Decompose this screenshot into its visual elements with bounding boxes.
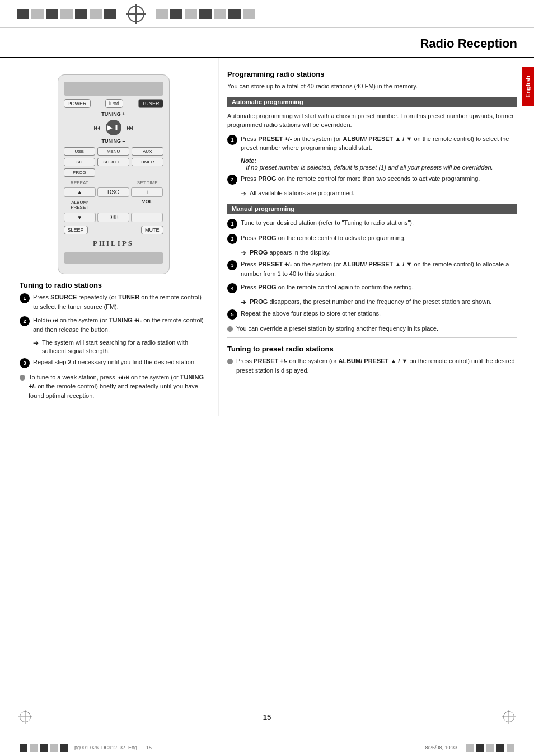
- bar-block: [50, 744, 58, 752]
- step-number: 4: [227, 283, 237, 293]
- bar-block: [185, 9, 197, 19]
- repeat-label: REPEAT: [64, 180, 96, 185]
- step-number: 1: [20, 293, 30, 303]
- minus-button[interactable]: –: [131, 213, 163, 222]
- step-item: 5 Repeat the above four steps to store o…: [227, 309, 517, 320]
- auto-intro: Automatic programming will start with a …: [227, 111, 517, 130]
- tuner-button[interactable]: TUNER: [138, 99, 163, 108]
- step-text: Tune to your desired station (refer to "…: [241, 218, 517, 228]
- sleep-button[interactable]: SLEEP: [64, 226, 88, 234]
- step-text: Press PRESET +/- on the system (or ALBUM…: [236, 356, 517, 375]
- power-button[interactable]: POWER: [64, 99, 91, 108]
- timer-button[interactable]: TIMER: [132, 158, 163, 166]
- step-item: 2 Press PROG on the remote control to ac…: [227, 233, 517, 244]
- arrow-note: ➔ PROG disappears, the preset number and…: [241, 298, 517, 307]
- plus-button[interactable]: +: [131, 187, 163, 197]
- bar-block: [60, 9, 73, 19]
- step-text: Press SOURCE repeatedly (or TUNER on the…: [33, 293, 207, 311]
- arrow-text: All available stations are programmed.: [250, 189, 354, 198]
- step-text: Press PROG on the remote control for mor…: [241, 174, 517, 184]
- step-text: To tune to a weak station, press ⏮⏭ on t…: [29, 373, 207, 401]
- left-column: POWER iPod TUNER TUNING + ⏮ ▶⏸ ⏭ TUNING …: [0, 58, 218, 416]
- step-item: To tune to a weak station, press ⏮⏭ on t…: [20, 373, 207, 401]
- programming-intro: You can store up to a total of 40 radio …: [227, 82, 517, 91]
- bar-block: [17, 9, 29, 19]
- bullet-icon: [20, 375, 25, 381]
- usb-button[interactable]: USB: [64, 147, 96, 156]
- bar-block: [40, 744, 48, 752]
- bar-block: [104, 9, 116, 19]
- bar-block: [243, 9, 255, 19]
- step-item: 3 Press PRESET +/- on the system (or ALB…: [227, 260, 517, 278]
- footer: pg001-026_DC912_37_Eng 15 8/25/08, 10:33: [0, 739, 534, 756]
- bar-block: [228, 9, 241, 19]
- page-title: Radio Reception: [420, 36, 517, 50]
- bar-block: [214, 9, 226, 19]
- bar-block: [486, 744, 494, 752]
- mute-button[interactable]: MUTE: [141, 226, 163, 234]
- step-number: 1: [227, 219, 237, 229]
- remote-bottom-buttons: SLEEP MUTE: [64, 226, 163, 234]
- tuning-section: Tuning to radio stations 1 Press SOURCE …: [20, 281, 207, 400]
- crosshair-icon: [128, 6, 144, 22]
- tuning-section-title: Tuning to radio stations: [20, 281, 207, 289]
- page-crosshairs: 15: [0, 711, 534, 722]
- bar-block: [31, 9, 44, 19]
- header-decorative-right: [156, 9, 255, 19]
- header-bar: [0, 0, 534, 28]
- footer-right-text: 8/25/08, 10:33: [425, 745, 457, 750]
- step-item: 1 Tune to your desired station (refer to…: [227, 218, 517, 229]
- bar-block: [60, 744, 68, 752]
- arrow-text: PROG disappears, the preset number and t…: [250, 298, 491, 306]
- step-item: Press PRESET +/- on the system (or ALBUM…: [227, 356, 517, 375]
- menu-button[interactable]: MENU: [97, 147, 129, 156]
- arrow-note: ➔ PROG appears in the display.: [241, 248, 517, 258]
- header-decorative-left: [17, 9, 116, 19]
- next-button[interactable]: ⏭: [126, 123, 134, 132]
- step-text: Press PRESET +/- on the system (or ALBUM…: [241, 134, 517, 153]
- step-number: 3: [227, 260, 237, 270]
- bar-block: [507, 744, 514, 752]
- step-item: 2 Hold⏮⏭ on the system (or TUNING +/- on…: [20, 316, 207, 334]
- album-preset-label: ALBUM/ PRESET: [64, 199, 96, 211]
- tuning-plus-label: TUNING +: [64, 111, 163, 117]
- arrow-note: ➔ All available stations are programmed.: [241, 189, 517, 199]
- bar-block: [20, 744, 27, 752]
- page-number: 15: [263, 713, 271, 721]
- step-text: Hold⏮⏭ on the system (or TUNING +/- on t…: [33, 316, 207, 334]
- arrow-icon: ➔: [241, 189, 246, 199]
- step-number: 1: [227, 135, 237, 145]
- step-item: 1 Press PRESET +/- on the system (or ALB…: [227, 134, 517, 153]
- bar-block: [466, 744, 474, 752]
- shuffle-button[interactable]: SHUFFLE: [97, 158, 129, 166]
- philips-logo: PHILIPS: [64, 239, 163, 248]
- bar-block: [46, 9, 58, 19]
- vol-label: VOL: [131, 199, 163, 211]
- dsc-button[interactable]: DSC: [97, 187, 129, 197]
- sd-button[interactable]: SD: [64, 158, 96, 166]
- tuning-preset-title: Tuning to preset radio stations: [227, 345, 517, 353]
- bar-block: [75, 9, 87, 19]
- d88-button[interactable]: D88: [97, 213, 129, 222]
- step-number: 2: [227, 234, 237, 244]
- aux-button[interactable]: AUX: [132, 147, 163, 156]
- play-pause-button[interactable]: ▶⏸: [106, 120, 121, 135]
- bar-block: [156, 9, 168, 19]
- bar-block: [90, 9, 102, 19]
- prog-button[interactable]: PROG: [64, 168, 96, 177]
- footer-decorative-right: 8/25/08, 10:33: [425, 744, 514, 752]
- step-text: Press PROG on the remote control again t…: [241, 283, 517, 292]
- prev-button[interactable]: ⏮: [93, 123, 101, 132]
- arrow-text: PROG appears in the display.: [250, 248, 331, 257]
- step-text: You can override a preset station by sto…: [236, 324, 517, 334]
- bar-block: [30, 744, 38, 752]
- programming-title: Programming radio stations: [227, 70, 517, 78]
- up-button[interactable]: ▲: [64, 187, 96, 197]
- step-item: 3 Repeat step 2 if necessary until you f…: [20, 358, 207, 368]
- bar-block: [476, 744, 484, 752]
- step-item: You can override a preset station by sto…: [227, 324, 517, 334]
- dpad: ▲ DSC + ALBUM/ PRESET VOL ▼ D88 –: [64, 187, 163, 222]
- down-button[interactable]: ▼: [64, 213, 96, 222]
- ipod-button[interactable]: iPod: [105, 99, 123, 108]
- arrow-icon: ➔: [241, 298, 246, 307]
